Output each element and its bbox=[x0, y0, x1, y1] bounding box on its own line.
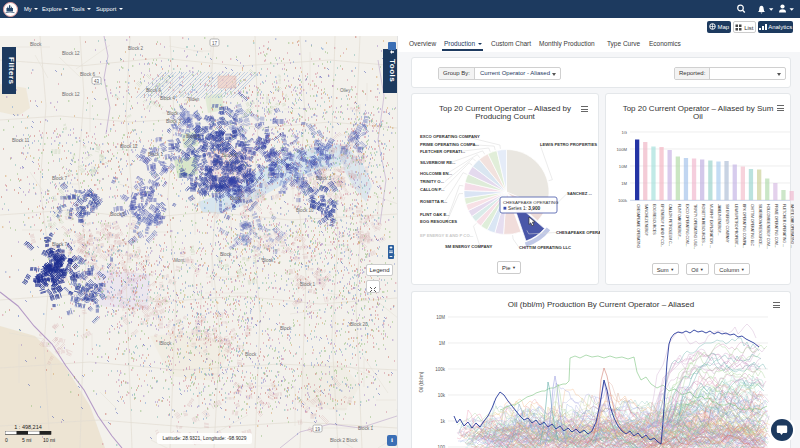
svg-text:Block 1: Block 1 bbox=[358, 426, 374, 431]
svg-text:100k: 100k bbox=[435, 367, 446, 372]
svg-text:TRINITY OPERATING USG...: TRINITY OPERATING USG... bbox=[693, 204, 697, 249]
svg-text:SILVERBOW RE...: SILVERBOW RE... bbox=[420, 160, 456, 165]
svg-text:Block: Block bbox=[280, 326, 292, 331]
svg-text:Block 7: Block 7 bbox=[52, 176, 68, 181]
svg-text:EP ENERGY E AND P CO...: EP ENERGY E AND P CO... bbox=[420, 233, 473, 238]
svg-text:LEWIS PETRO PROPERT...: LEWIS PETRO PROPERT... bbox=[734, 204, 738, 247]
svg-text:Block: Block bbox=[245, 352, 257, 357]
svg-text:100k: 100k bbox=[618, 198, 628, 203]
svg-text:Block 2: Block 2 bbox=[186, 134, 202, 139]
svg-text:CHITTIM OPERATING LLC: CHITTIM OPERATING LLC bbox=[519, 245, 571, 250]
svg-text:Block 6: Block 6 bbox=[80, 72, 96, 77]
svg-text:PRIME OPERATING COMPA...: PRIME OPERATING COMPA... bbox=[420, 142, 479, 147]
svg-text:BPX OPERATING COMPA...: BPX OPERATING COMPA... bbox=[742, 204, 746, 248]
svg-text:CHESAPEAKE OPERA...: CHESAPEAKE OPERA... bbox=[556, 230, 600, 235]
svg-text:Block 2: Block 2 bbox=[128, 46, 144, 51]
svg-text:1k: 1k bbox=[440, 419, 446, 424]
svg-text:10M: 10M bbox=[436, 315, 445, 320]
svg-text:CALLON PETROLEUM C...: CALLON PETROLEUM C... bbox=[668, 204, 672, 246]
svg-text:FLETCHER OPERATI...: FLETCHER OPERATI... bbox=[420, 149, 465, 154]
svg-text:Block 10: Block 10 bbox=[296, 208, 314, 213]
svg-text:Block: Block bbox=[262, 258, 274, 263]
svg-text:Mont.: Mont. bbox=[174, 258, 186, 263]
svg-text:Block 3: Block 3 bbox=[166, 119, 182, 124]
svg-text:MURPHY EXPLORATION ...: MURPHY EXPLORATION ... bbox=[709, 204, 713, 248]
svg-text:Block: Block bbox=[220, 252, 232, 257]
svg-text:ROSETTA R...: ROSETTA R... bbox=[420, 199, 447, 204]
svg-text:1M: 1M bbox=[621, 181, 627, 186]
svg-text:JAVELIN ENERGY...: JAVELIN ENERGY... bbox=[717, 204, 721, 235]
svg-text:LEWIS PETRO PROPERTIES: LEWIS PETRO PROPERTIES bbox=[540, 142, 597, 147]
svg-text:1M: 1M bbox=[439, 341, 446, 346]
svg-text:Block: Block bbox=[167, 111, 179, 116]
svg-text:19: 19 bbox=[315, 427, 321, 432]
svg-text:EOG RESOURCES: EOG RESOURCES bbox=[652, 204, 656, 235]
svg-text:43: 43 bbox=[94, 79, 100, 84]
svg-text:EOG RESOURCES: EOG RESOURCES bbox=[420, 219, 457, 224]
svg-text:Block: Block bbox=[230, 196, 242, 201]
svg-text:Oiley: Oiley bbox=[340, 88, 351, 93]
svg-text:Block 7: Block 7 bbox=[52, 242, 68, 247]
svg-text:HOLCOMB EN...: HOLCOMB EN... bbox=[420, 171, 452, 176]
svg-text:FLINT OAK ENERGY...: FLINT OAK ENERGY... bbox=[677, 204, 681, 239]
svg-text:Block 12: Block 12 bbox=[120, 144, 138, 149]
svg-text:TRINITY O...: TRINITY O... bbox=[420, 179, 444, 184]
svg-text:EXCO OPERATING COM...: EXCO OPERATING COM... bbox=[685, 204, 689, 246]
svg-text:Block 20: Block 20 bbox=[350, 322, 368, 327]
svg-text:Block 1: Block 1 bbox=[300, 282, 316, 287]
svg-text:SANCHEZ ...: SANCHEZ ... bbox=[567, 191, 592, 196]
svg-text:CHESAPEAKE OPERATING: CHESAPEAKE OPERATING bbox=[636, 204, 640, 249]
svg-text:Block: Block bbox=[30, 42, 42, 47]
svg-text:Block A: Block A bbox=[146, 88, 162, 93]
svg-text:EP ENERGY E AND P CO...: EP ENERGY E AND P CO... bbox=[660, 204, 664, 247]
svg-text:SM ENERGY COMPANY: SM ENERGY COMPANY bbox=[725, 204, 729, 243]
svg-text:FLETCHER OPERATING ...: FLETCHER OPERATING ... bbox=[782, 204, 786, 247]
svg-text:SILVERBOW RESOURCE...: SILVERBOW RESOURCE... bbox=[758, 204, 762, 247]
svg-text:Oil (bbl/m): Oil (bbl/m) bbox=[419, 371, 424, 392]
svg-text:Block 11: Block 11 bbox=[12, 138, 30, 143]
svg-text:Block 12: Block 12 bbox=[62, 51, 80, 56]
svg-text:Series 1: 3,900: Series 1: 3,900 bbox=[508, 206, 541, 211]
svg-text:Block 2 Block: Block 2 Block bbox=[330, 438, 358, 443]
svg-text:17: 17 bbox=[212, 41, 218, 46]
svg-text:CALLON P...: CALLON P... bbox=[420, 187, 444, 192]
svg-text:EXCO OPERATING COMPANY: EXCO OPERATING COMPANY bbox=[420, 134, 480, 139]
svg-text:Block 5: Block 5 bbox=[110, 212, 126, 217]
svg-text:Block 1: Block 1 bbox=[148, 152, 164, 157]
svg-text:ROSETTA RESOURCES ...: ROSETTA RESOURCES ... bbox=[701, 204, 705, 246]
svg-text:Block 4: Block 4 bbox=[160, 96, 176, 101]
svg-text:Block 5: Block 5 bbox=[222, 153, 238, 158]
svg-text:FLINT OAK E...: FLINT OAK E... bbox=[420, 212, 450, 217]
svg-text:1G: 1G bbox=[621, 130, 627, 135]
svg-text:PRIME OPERATING COM...: PRIME OPERATING COM... bbox=[774, 204, 778, 248]
svg-text:Block 12: Block 12 bbox=[62, 92, 80, 97]
svg-text:SM ENERGY COMPANY: SM ENERGY COMPANY bbox=[445, 244, 493, 249]
svg-text:10M: 10M bbox=[619, 164, 628, 169]
svg-text:HOLCOMB ENERGY COM...: HOLCOMB ENERGY COM... bbox=[766, 204, 770, 249]
svg-text:SANCHEZ ENERGY: SANCHEZ ENERGY bbox=[644, 204, 648, 237]
svg-text:100M: 100M bbox=[617, 147, 628, 152]
svg-text:Block: Block bbox=[160, 341, 172, 346]
svg-text:CHITTIM OPERATING LLC: CHITTIM OPERATING LLC bbox=[750, 204, 754, 246]
svg-text:Block 3: Block 3 bbox=[316, 176, 332, 181]
svg-text:Tilden: Tilden bbox=[187, 97, 200, 102]
svg-text:WHITE OAK OPERATING ...: WHITE OAK OPERATING ... bbox=[790, 204, 794, 248]
svg-text:10k: 10k bbox=[438, 393, 446, 398]
svg-text:CHESAPEAKE OPERATING: CHESAPEAKE OPERATING bbox=[503, 200, 559, 205]
